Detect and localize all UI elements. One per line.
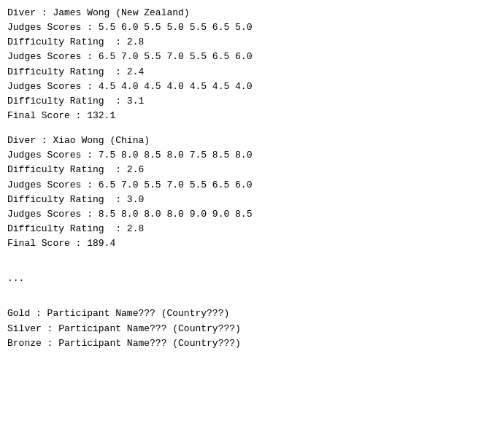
diver-1-round-1-scores: Judges Scores : 5.5 6.0 5.5 5.0 5.5 6.5 …: [7, 20, 477, 35]
bronze-medal-line: Bronze : Participant Name??? (Country???…: [7, 336, 477, 351]
silver-medal-line: Silver : Participant Name??? (Country???…: [7, 322, 477, 336]
diver-2-round-1-scores: Judges Scores : 7.5 8.0 8.5 8.0 7.5 8.5 …: [7, 148, 477, 163]
diver-1-round-2-scores: Judges Scores : 6.5 7.0 5.5 7.0 5.5 6.5 …: [7, 50, 477, 64]
diver-1-final-score: Final Score : 132.1: [7, 109, 477, 123]
spacer-5: [7, 296, 477, 306]
diver-1-round-3-scores: Judges Scores : 4.5 4.0 4.5 4.0 4.5 4.5 …: [7, 80, 477, 94]
output-area: Diver : James Wong (New Zealand) Judges …: [7, 6, 477, 351]
diver-2-round-3-difficulty: Difficulty Rating : 2.8: [7, 222, 477, 236]
ellipsis-line: ...: [7, 271, 477, 286]
gold-medal-line: Gold : Participant Name??? (Country???): [7, 306, 477, 321]
diver-1-round-3-difficulty: Difficulty Rating : 3.1: [7, 94, 477, 109]
diver-1-round-1-difficulty: Difficulty Rating : 2.8: [7, 35, 477, 50]
diver-2-header: Diver : Xiao Wong (China): [7, 134, 477, 148]
diver-2-round-2-scores: Judges Scores : 6.5 7.0 5.5 7.0 5.5 6.5 …: [7, 178, 477, 193]
diver-2-round-1-difficulty: Difficulty Rating : 2.6: [7, 163, 477, 177]
diver-2-final-score: Final Score : 189.4: [7, 236, 477, 251]
diver-1-round-2-difficulty: Difficulty Rating : 2.4: [7, 65, 477, 80]
spacer-1: [7, 123, 477, 134]
spacer-3: [7, 261, 477, 271]
spacer-2: [7, 251, 477, 261]
diver-2-round-2-difficulty: Difficulty Rating : 3.0: [7, 193, 477, 207]
spacer-4: [7, 286, 477, 296]
diver-2-round-3-scores: Judges Scores : 8.5 8.0 8.0 8.0 9.0 9.0 …: [7, 207, 477, 222]
diver-1-header: Diver : James Wong (New Zealand): [7, 6, 477, 20]
